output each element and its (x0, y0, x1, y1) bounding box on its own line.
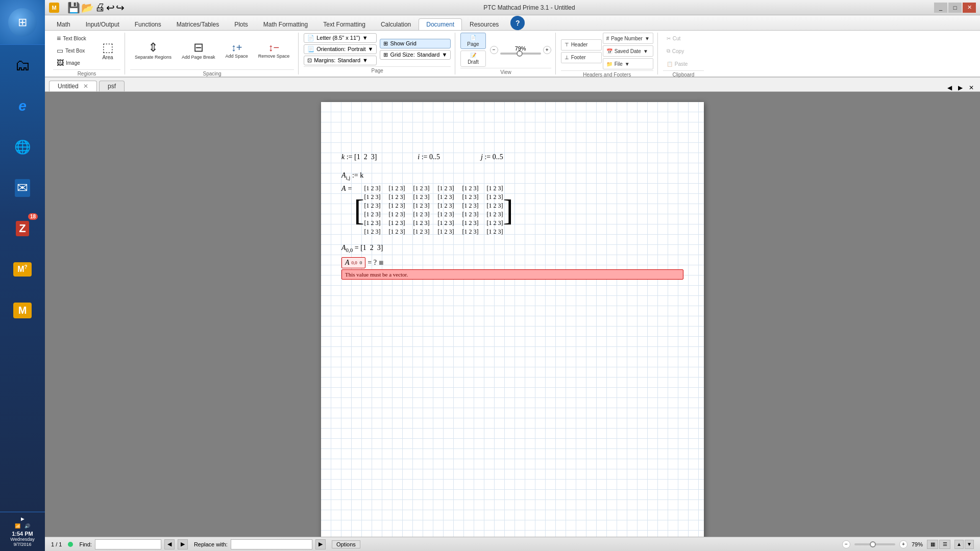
margins-dropdown[interactable]: ⊡ Margins: Standard ▼ (304, 56, 377, 65)
tab-scroll-left[interactable]: ◀ (945, 84, 954, 91)
cut-button[interactable]: ✂ Cut (663, 33, 704, 44)
taskbar-expand-icon[interactable]: ▶ (21, 516, 24, 521)
replace-input[interactable] (231, 539, 312, 549)
app-icon: M (49, 3, 59, 13)
tab-scroll-right[interactable]: ▶ (956, 84, 965, 91)
orientation-dropdown[interactable]: 📃 Orientation: Portrait ▼ (304, 44, 377, 54)
doc-page[interactable]: k := [1 2 3] i := 0..5 j := 0..5 (321, 102, 704, 537)
error-expression[interactable]: A0,00 = ? ■ This value must be a vector. (341, 257, 683, 280)
text-block-button[interactable]: ≡ Text Block (53, 33, 94, 44)
replace-label: Replace with: (194, 541, 228, 547)
file-icon: 📁 (606, 61, 612, 67)
separate-regions-button[interactable]: ⇕ Separate Regions (130, 33, 176, 68)
paste-button[interactable]: 📋 Paste (663, 58, 704, 69)
paper-size-dropdown[interactable]: 📄 Letter (8.5" x 11") ▼ (304, 33, 377, 43)
add-page-break-button[interactable]: ⊟ Add Page Break (177, 33, 220, 68)
zoom-in-button[interactable]: + (543, 46, 551, 54)
header-button[interactable]: ⊤ Header (561, 39, 602, 51)
close-button[interactable]: ✕ (963, 3, 976, 13)
close-tab-untitled[interactable]: ✕ (83, 83, 88, 90)
taskbar-app-outlook[interactable]: ✉ (4, 169, 41, 206)
replace-go-button[interactable]: ▶ (315, 539, 326, 549)
tab-functions[interactable]: Functions (127, 18, 169, 30)
outline-view-btn[interactable]: ☰ (939, 540, 950, 549)
grid-size-dropdown[interactable]: ⊞ Grid Size: Standard ▼ (380, 50, 451, 60)
footer-icon: ⊥ (565, 55, 569, 60)
page-number-button[interactable]: # Page Number ▼ (603, 33, 653, 44)
remove-space-button[interactable]: ↕− Remove Space (254, 33, 295, 68)
taskbar-day: Wednesday (4, 537, 41, 542)
text-block-icon: ≡ (57, 35, 61, 42)
taskbar-app-explorer[interactable]: 🗂 (4, 47, 41, 84)
footer-button[interactable]: ⊥ Footer (561, 52, 602, 63)
toolbar-print-icon[interactable]: 🖨 (95, 2, 105, 14)
cut-icon: ✂ (667, 36, 671, 41)
tab-resources[interactable]: Resources (462, 18, 506, 30)
tab-matrices[interactable]: Matrices/Tables (169, 18, 227, 30)
taskbar-app-zoho[interactable]: Z 18 (4, 210, 41, 247)
taskbar-app-mathcad-q[interactable]: M? (4, 251, 41, 288)
doc-tab-bar: Untitled ✕ psf ◀ ▶ ✕ (45, 78, 980, 92)
start-button[interactable]: ⊞ (0, 0, 45, 45)
tab-document[interactable]: Document (419, 18, 462, 30)
taskbar-app-chrome[interactable]: 🌐 (4, 129, 41, 165)
taskbar-date: 9/7/2016 (4, 542, 41, 547)
find-next-button[interactable]: ▶ (178, 539, 188, 549)
a-assign-line: Ai,j := k (341, 171, 683, 181)
doc-tab-psf[interactable]: psf (99, 81, 125, 91)
grid-size-arrow: ▼ (442, 52, 447, 58)
matrix-row-0: [1 2 3] [1 2 3] [1 2 3] [1 2 3] [1 2 3] … (364, 185, 503, 192)
doc-tab-untitled[interactable]: Untitled ✕ (49, 81, 97, 91)
spacing-label: Spacing (130, 69, 294, 78)
tab-calculation[interactable]: Calculation (373, 18, 419, 30)
status-zoom-slider[interactable] (854, 543, 895, 545)
tab-text-fmt[interactable]: Text Formatting (315, 18, 373, 30)
normal-view-btn[interactable]: ▦ (927, 540, 938, 549)
matrix-row-3: [1 2 3] [1 2 3] [1 2 3] [1 2 3] [1 2 3] … (364, 211, 503, 218)
tab-close-all[interactable]: ✕ (967, 84, 976, 91)
page-num-arrow: ▼ (645, 36, 650, 41)
page-view-icon: 📄 (470, 35, 476, 40)
minimize-button[interactable]: _ (934, 3, 947, 13)
status-zoom-thumb[interactable] (870, 541, 876, 547)
taskbar-app-mathcad[interactable]: M (4, 292, 41, 329)
zoho-badge: 18 (28, 213, 38, 220)
tab-input-output[interactable]: Input/Output (78, 18, 127, 30)
copy-button[interactable]: ⧉ Copy (663, 45, 704, 57)
help-button[interactable]: ? (510, 16, 525, 30)
text-box-button[interactable]: ▭ Text Box (53, 45, 94, 56)
scroll-down-btn[interactable]: ▼ (965, 540, 974, 549)
file-button[interactable]: 📁 File ▼ (603, 58, 653, 69)
draft-view-button[interactable]: 📝 Draft (460, 51, 485, 67)
saved-date-button[interactable]: 📅 Saved Date ▼ (603, 45, 653, 57)
add-space-button[interactable]: ↕+ Add Space (221, 33, 253, 68)
tab-math[interactable]: Math (49, 18, 78, 30)
zoom-thumb[interactable] (517, 51, 523, 57)
tab-math-fmt[interactable]: Math Formatting (256, 18, 315, 30)
tab-plots[interactable]: Plots (227, 18, 256, 30)
page-view-button[interactable]: 📄 Page (460, 33, 485, 49)
add-space-icon: ↕+ (231, 42, 242, 53)
show-grid-button[interactable]: ⊞ Show Grid (380, 39, 451, 48)
toolbar-redo-icon[interactable]: ↪ (116, 2, 125, 14)
area-button[interactable]: ⬚ Area (95, 33, 120, 68)
taskbar-app-ie[interactable]: e (4, 88, 41, 124)
toolbar-save-icon[interactable]: 💾 (67, 2, 80, 14)
separate-regions-icon: ⇕ (148, 41, 158, 54)
find-prev-button[interactable]: ◀ (164, 539, 175, 549)
taskbar-left: ⊞ 🗂 e 🌐 ✉ Z 18 M? M ▶ 📶 🔊 1:54 PM Wednes… (0, 0, 45, 551)
find-label: Find: (79, 541, 91, 547)
find-input[interactable] (95, 539, 161, 549)
zoom-slider[interactable] (500, 53, 541, 55)
scroll-up-btn[interactable]: ▲ (954, 540, 964, 549)
zoom-out-button[interactable]: − (490, 46, 498, 54)
toolbar-undo-icon[interactable]: ↩ (106, 2, 115, 14)
toolbar-open-icon[interactable]: 📂 (81, 2, 94, 14)
options-button[interactable]: Options (332, 540, 360, 548)
page-number-icon: # (606, 36, 609, 41)
error-input-box[interactable]: A0,00 (341, 257, 365, 268)
maximize-button[interactable]: □ (948, 3, 962, 13)
status-zoom-in[interactable]: + (899, 540, 908, 548)
status-zoom-out[interactable]: − (842, 540, 850, 548)
image-button[interactable]: 🖼 Image (53, 57, 94, 68)
